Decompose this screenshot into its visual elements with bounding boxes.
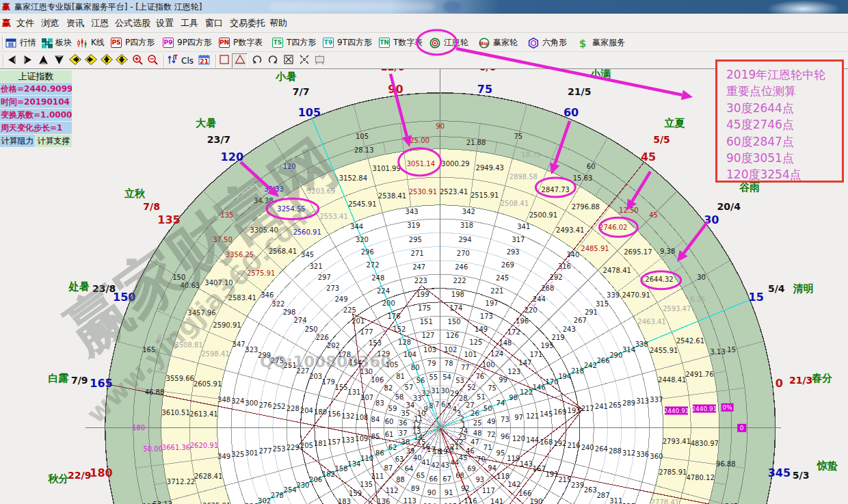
svg-text:白露: 白露 xyxy=(49,372,69,384)
diamond-up-button[interactable] xyxy=(98,53,114,68)
menu-0[interactable]: 文件 xyxy=(16,14,34,33)
svg-text:3254.55: 3254.55 xyxy=(277,205,305,213)
svg-text:271: 271 xyxy=(410,250,423,257)
svg-text:2949.43: 2949.43 xyxy=(476,164,504,172)
svg-text:180: 180 xyxy=(314,408,327,416)
menu-6[interactable]: 工具 xyxy=(181,14,198,33)
toolbar-item-0[interactable]: 行情 xyxy=(5,34,36,52)
svg-text:27: 27 xyxy=(466,401,475,409)
svg-text:3.13: 3.13 xyxy=(711,348,726,356)
rotate-ccw-button[interactable] xyxy=(249,53,265,68)
svg-text:50: 50 xyxy=(483,405,492,412)
square-tool-button[interactable] xyxy=(216,53,232,68)
svg-text:102: 102 xyxy=(444,346,457,354)
toolbar-item-10[interactable]: Big赢家轮 xyxy=(479,34,518,52)
svg-text:107: 107 xyxy=(360,394,373,401)
svg-text:175: 175 xyxy=(418,304,431,312)
diamond-left-button[interactable] xyxy=(67,53,83,68)
menu-8[interactable]: 交易委托 xyxy=(230,14,265,33)
svg-text:254: 254 xyxy=(284,486,297,494)
toolbar-label: T数字表 xyxy=(393,37,423,49)
toolbar-item-2[interactable]: K线 xyxy=(77,34,105,52)
svg-text:30: 30 xyxy=(697,274,706,281)
svg-text:215: 215 xyxy=(558,476,571,483)
calc-support-button[interactable]: 计算支撑 xyxy=(36,135,72,147)
toolbar-item-1[interactable]: 板块 xyxy=(41,34,72,52)
arrow-up-button[interactable] xyxy=(36,53,51,68)
svg-text:29: 29 xyxy=(450,390,459,397)
toolbar-label: 9P四方形 xyxy=(177,37,212,49)
svg-text:159: 159 xyxy=(349,490,362,497)
updown-button[interactable]: T xyxy=(164,53,180,68)
svg-text:2847.73: 2847.73 xyxy=(542,186,570,194)
svg-text:45: 45 xyxy=(641,150,656,163)
center-button[interactable] xyxy=(296,53,312,68)
badge-T9: T9 xyxy=(323,38,334,48)
menu-1[interactable]: 浏览 xyxy=(41,14,59,33)
toolbar-item-5[interactable]: PNP数字表 xyxy=(219,34,263,52)
svg-text:28: 28 xyxy=(459,395,468,402)
svg-text:269: 269 xyxy=(501,261,514,269)
toolbar-item-12[interactable]: $赢家服务 xyxy=(578,34,625,52)
cls-label[interactable]: Cls xyxy=(178,53,196,68)
toolbar-item-11[interactable]: 六角形 xyxy=(528,34,567,52)
rotate-cw-button[interactable] xyxy=(265,53,280,68)
menu-2[interactable]: 资讯 xyxy=(66,14,84,33)
svg-text:145: 145 xyxy=(540,410,553,418)
toolbar-item-6[interactable]: TST四方形 xyxy=(272,34,316,52)
triangle-tool-button[interactable] xyxy=(232,53,248,68)
menu-5[interactable]: 设置 xyxy=(156,14,174,33)
svg-text:75: 75 xyxy=(514,133,522,140)
svg-text:9.38: 9.38 xyxy=(660,248,675,255)
toolbar-item-8[interactable]: TNT数字表 xyxy=(379,34,423,52)
toolbar-item-4[interactable]: P99P四方形 xyxy=(163,34,212,52)
svg-text:2440.91: 2440.91 xyxy=(691,406,717,412)
calendar-button[interactable]: 21 xyxy=(196,53,212,68)
svg-text:谷雨: 谷雨 xyxy=(739,181,760,194)
panel-row-3: 周天变化步长=1 xyxy=(0,122,72,134)
svg-text:171: 171 xyxy=(529,351,542,358)
svg-text:96: 96 xyxy=(501,433,509,440)
svg-text:37.50: 37.50 xyxy=(213,236,233,243)
diamond-up-icon xyxy=(101,54,113,68)
calc-resistance-button[interactable]: 计算阻力 xyxy=(0,135,35,147)
zoom-out-button[interactable] xyxy=(145,53,161,68)
svg-text:318: 318 xyxy=(460,222,473,229)
svg-text:49: 49 xyxy=(487,418,496,425)
zoom-in-button[interactable] xyxy=(130,53,146,68)
svg-text:5: 5 xyxy=(447,402,451,410)
svg-text:216: 216 xyxy=(568,442,581,449)
svg-text:169: 169 xyxy=(553,408,566,416)
svg-text:2440.91: 2440.91 xyxy=(663,408,689,414)
menu-4[interactable]: 公式选股 xyxy=(115,14,150,33)
svg-text:297: 297 xyxy=(318,274,331,281)
arrow-left-button[interactable] xyxy=(4,53,20,68)
toolbar-item-3[interactable]: PSP四方形 xyxy=(111,34,155,52)
toolbar-item-7[interactable]: T99T四方形 xyxy=(323,34,372,52)
svg-text:117: 117 xyxy=(482,487,495,494)
svg-text:24: 24 xyxy=(460,427,468,435)
menu-3[interactable]: 江恩 xyxy=(91,14,109,33)
svg-text:T: T xyxy=(174,55,178,61)
arrow-right-button[interactable] xyxy=(20,53,36,68)
svg-text:250: 250 xyxy=(305,326,318,333)
box-x-button[interactable] xyxy=(280,53,296,68)
svg-text:2478.41: 2478.41 xyxy=(603,267,631,274)
svg-text:131: 131 xyxy=(347,388,360,396)
svg-text:301: 301 xyxy=(245,449,258,457)
menu-9[interactable]: 帮助 xyxy=(269,14,287,33)
diamond-down-button[interactable] xyxy=(114,53,129,68)
rotate-ccw-icon xyxy=(252,54,263,68)
svg-text:2530.91: 2530.91 xyxy=(409,188,437,196)
arrow-down-button[interactable] xyxy=(51,53,67,68)
svg-text:127: 127 xyxy=(421,332,434,339)
screen-button[interactable] xyxy=(312,53,328,68)
title-bar[interactable]: 赢 赢家江恩专业版[赢家服务平台] - [上证指数 江恩轮] xyxy=(0,0,848,14)
svg-text:95: 95 xyxy=(496,449,505,457)
toolbar-label: 赢家服务 xyxy=(592,37,625,49)
menu-7[interactable]: 窗口 xyxy=(205,14,223,33)
toolbar-item-9[interactable]: 江恩轮 xyxy=(429,34,468,52)
svg-text:273: 273 xyxy=(326,284,339,292)
svg-text:345: 345 xyxy=(768,466,791,479)
diamond-right-button[interactable] xyxy=(83,53,98,68)
